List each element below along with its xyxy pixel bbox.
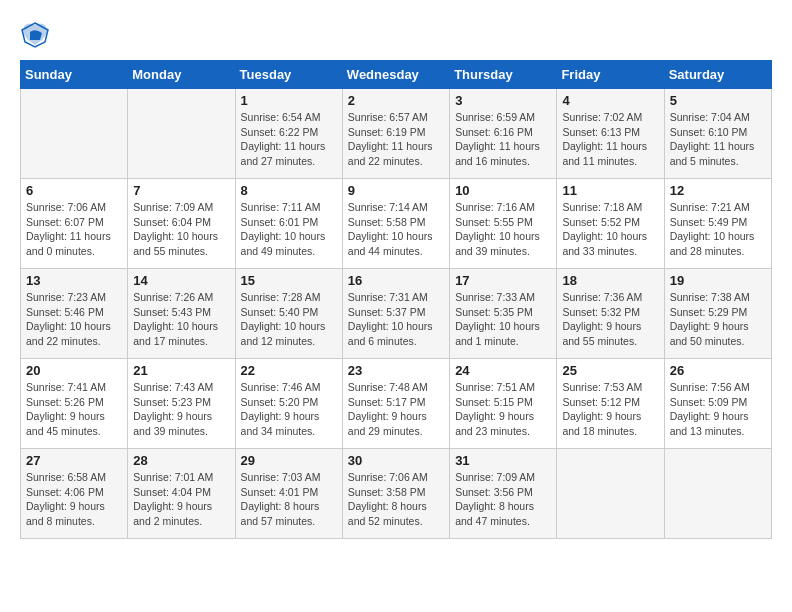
calendar-cell: 15Sunrise: 7:28 AM Sunset: 5:40 PM Dayli…	[235, 269, 342, 359]
day-number: 29	[241, 453, 337, 468]
calendar-cell: 25Sunrise: 7:53 AM Sunset: 5:12 PM Dayli…	[557, 359, 664, 449]
day-info: Sunrise: 7:03 AM Sunset: 4:01 PM Dayligh…	[241, 470, 337, 529]
day-number: 3	[455, 93, 551, 108]
calendar-cell: 19Sunrise: 7:38 AM Sunset: 5:29 PM Dayli…	[664, 269, 771, 359]
day-info: Sunrise: 7:06 AM Sunset: 3:58 PM Dayligh…	[348, 470, 444, 529]
day-info: Sunrise: 7:06 AM Sunset: 6:07 PM Dayligh…	[26, 200, 122, 259]
day-info: Sunrise: 7:56 AM Sunset: 5:09 PM Dayligh…	[670, 380, 766, 439]
week-row-3: 20Sunrise: 7:41 AM Sunset: 5:26 PM Dayli…	[21, 359, 772, 449]
day-info: Sunrise: 7:38 AM Sunset: 5:29 PM Dayligh…	[670, 290, 766, 349]
day-number: 25	[562, 363, 658, 378]
day-info: Sunrise: 7:11 AM Sunset: 6:01 PM Dayligh…	[241, 200, 337, 259]
day-info: Sunrise: 6:54 AM Sunset: 6:22 PM Dayligh…	[241, 110, 337, 169]
calendar-cell: 3Sunrise: 6:59 AM Sunset: 6:16 PM Daylig…	[450, 89, 557, 179]
day-number: 12	[670, 183, 766, 198]
day-number: 20	[26, 363, 122, 378]
calendar-cell	[557, 449, 664, 539]
header	[20, 20, 772, 50]
calendar-cell: 20Sunrise: 7:41 AM Sunset: 5:26 PM Dayli…	[21, 359, 128, 449]
day-number: 30	[348, 453, 444, 468]
day-number: 8	[241, 183, 337, 198]
calendar-cell: 13Sunrise: 7:23 AM Sunset: 5:46 PM Dayli…	[21, 269, 128, 359]
calendar-cell: 28Sunrise: 7:01 AM Sunset: 4:04 PM Dayli…	[128, 449, 235, 539]
week-row-1: 6Sunrise: 7:06 AM Sunset: 6:07 PM Daylig…	[21, 179, 772, 269]
calendar-cell: 29Sunrise: 7:03 AM Sunset: 4:01 PM Dayli…	[235, 449, 342, 539]
calendar-cell: 12Sunrise: 7:21 AM Sunset: 5:49 PM Dayli…	[664, 179, 771, 269]
day-number: 9	[348, 183, 444, 198]
calendar-cell: 7Sunrise: 7:09 AM Sunset: 6:04 PM Daylig…	[128, 179, 235, 269]
day-info: Sunrise: 7:16 AM Sunset: 5:55 PM Dayligh…	[455, 200, 551, 259]
day-number: 26	[670, 363, 766, 378]
day-info: Sunrise: 6:57 AM Sunset: 6:19 PM Dayligh…	[348, 110, 444, 169]
calendar-cell: 6Sunrise: 7:06 AM Sunset: 6:07 PM Daylig…	[21, 179, 128, 269]
day-info: Sunrise: 7:21 AM Sunset: 5:49 PM Dayligh…	[670, 200, 766, 259]
day-info: Sunrise: 7:43 AM Sunset: 5:23 PM Dayligh…	[133, 380, 229, 439]
day-info: Sunrise: 7:28 AM Sunset: 5:40 PM Dayligh…	[241, 290, 337, 349]
day-info: Sunrise: 7:09 AM Sunset: 3:56 PM Dayligh…	[455, 470, 551, 529]
day-number: 18	[562, 273, 658, 288]
day-number: 14	[133, 273, 229, 288]
day-number: 6	[26, 183, 122, 198]
day-number: 11	[562, 183, 658, 198]
day-number: 17	[455, 273, 551, 288]
day-number: 23	[348, 363, 444, 378]
day-number: 28	[133, 453, 229, 468]
day-info: Sunrise: 7:09 AM Sunset: 6:04 PM Dayligh…	[133, 200, 229, 259]
calendar-cell: 11Sunrise: 7:18 AM Sunset: 5:52 PM Dayli…	[557, 179, 664, 269]
weekday-header-row: SundayMondayTuesdayWednesdayThursdayFrid…	[21, 61, 772, 89]
weekday-header-saturday: Saturday	[664, 61, 771, 89]
calendar-cell	[21, 89, 128, 179]
day-info: Sunrise: 7:46 AM Sunset: 5:20 PM Dayligh…	[241, 380, 337, 439]
calendar-cell: 31Sunrise: 7:09 AM Sunset: 3:56 PM Dayli…	[450, 449, 557, 539]
day-number: 31	[455, 453, 551, 468]
day-info: Sunrise: 7:26 AM Sunset: 5:43 PM Dayligh…	[133, 290, 229, 349]
day-number: 5	[670, 93, 766, 108]
calendar-cell: 10Sunrise: 7:16 AM Sunset: 5:55 PM Dayli…	[450, 179, 557, 269]
calendar-cell: 16Sunrise: 7:31 AM Sunset: 5:37 PM Dayli…	[342, 269, 449, 359]
calendar-cell: 5Sunrise: 7:04 AM Sunset: 6:10 PM Daylig…	[664, 89, 771, 179]
day-number: 16	[348, 273, 444, 288]
day-info: Sunrise: 7:36 AM Sunset: 5:32 PM Dayligh…	[562, 290, 658, 349]
day-info: Sunrise: 7:23 AM Sunset: 5:46 PM Dayligh…	[26, 290, 122, 349]
weekday-header-wednesday: Wednesday	[342, 61, 449, 89]
day-number: 13	[26, 273, 122, 288]
day-number: 19	[670, 273, 766, 288]
day-info: Sunrise: 6:58 AM Sunset: 4:06 PM Dayligh…	[26, 470, 122, 529]
calendar-cell: 23Sunrise: 7:48 AM Sunset: 5:17 PM Dayli…	[342, 359, 449, 449]
day-number: 2	[348, 93, 444, 108]
day-number: 21	[133, 363, 229, 378]
logo-icon	[20, 20, 50, 50]
week-row-2: 13Sunrise: 7:23 AM Sunset: 5:46 PM Dayli…	[21, 269, 772, 359]
calendar-cell: 8Sunrise: 7:11 AM Sunset: 6:01 PM Daylig…	[235, 179, 342, 269]
weekday-header-tuesday: Tuesday	[235, 61, 342, 89]
weekday-header-sunday: Sunday	[21, 61, 128, 89]
day-info: Sunrise: 7:53 AM Sunset: 5:12 PM Dayligh…	[562, 380, 658, 439]
calendar-cell: 14Sunrise: 7:26 AM Sunset: 5:43 PM Dayli…	[128, 269, 235, 359]
day-info: Sunrise: 7:48 AM Sunset: 5:17 PM Dayligh…	[348, 380, 444, 439]
calendar-cell: 21Sunrise: 7:43 AM Sunset: 5:23 PM Dayli…	[128, 359, 235, 449]
day-number: 22	[241, 363, 337, 378]
day-info: Sunrise: 7:18 AM Sunset: 5:52 PM Dayligh…	[562, 200, 658, 259]
day-info: Sunrise: 7:31 AM Sunset: 5:37 PM Dayligh…	[348, 290, 444, 349]
day-number: 4	[562, 93, 658, 108]
calendar-cell: 17Sunrise: 7:33 AM Sunset: 5:35 PM Dayli…	[450, 269, 557, 359]
calendar-cell: 1Sunrise: 6:54 AM Sunset: 6:22 PM Daylig…	[235, 89, 342, 179]
weekday-header-friday: Friday	[557, 61, 664, 89]
calendar-cell: 30Sunrise: 7:06 AM Sunset: 3:58 PM Dayli…	[342, 449, 449, 539]
day-number: 7	[133, 183, 229, 198]
logo	[20, 20, 54, 50]
day-info: Sunrise: 7:02 AM Sunset: 6:13 PM Dayligh…	[562, 110, 658, 169]
week-row-0: 1Sunrise: 6:54 AM Sunset: 6:22 PM Daylig…	[21, 89, 772, 179]
calendar-table: SundayMondayTuesdayWednesdayThursdayFrid…	[20, 60, 772, 539]
day-info: Sunrise: 7:41 AM Sunset: 5:26 PM Dayligh…	[26, 380, 122, 439]
day-info: Sunrise: 7:04 AM Sunset: 6:10 PM Dayligh…	[670, 110, 766, 169]
calendar-cell: 27Sunrise: 6:58 AM Sunset: 4:06 PM Dayli…	[21, 449, 128, 539]
day-number: 24	[455, 363, 551, 378]
day-number: 15	[241, 273, 337, 288]
calendar-cell: 4Sunrise: 7:02 AM Sunset: 6:13 PM Daylig…	[557, 89, 664, 179]
day-info: Sunrise: 7:14 AM Sunset: 5:58 PM Dayligh…	[348, 200, 444, 259]
day-number: 27	[26, 453, 122, 468]
weekday-header-monday: Monday	[128, 61, 235, 89]
calendar-cell: 24Sunrise: 7:51 AM Sunset: 5:15 PM Dayli…	[450, 359, 557, 449]
calendar-cell: 18Sunrise: 7:36 AM Sunset: 5:32 PM Dayli…	[557, 269, 664, 359]
